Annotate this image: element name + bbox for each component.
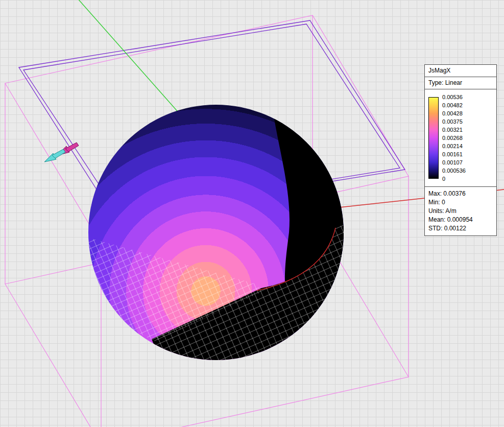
scale-label: 0.00375 [442, 117, 466, 126]
scale-label: 0 [442, 175, 466, 183]
field-legend-panel: JsMagX Type: Linear [424, 64, 497, 236]
stat-min: Min: 0 [428, 198, 493, 207]
scale-label: 0.00161 [442, 150, 466, 158]
excitation-arrows[interactable] [44, 143, 79, 162]
colorbar-gradient [428, 97, 439, 179]
colorbar-tick-labels: 0.00536 0.00482 0.00428 0.00375 0.00321 … [442, 93, 466, 183]
scale-label: 0.000536 [442, 167, 466, 175]
stat-std: STD: 0.00122 [428, 224, 493, 233]
scale-label: 0.00107 [442, 158, 466, 167]
scale-label: 0.00321 [442, 126, 466, 134]
scale-label: 0.00214 [442, 142, 466, 150]
scale-label: 0.00428 [442, 109, 466, 117]
legend-scale-type: Type: Linear [425, 77, 496, 89]
legend-stats: Max: 0.00376 Min: 0 Units: A/m Mean: 0.0… [425, 187, 496, 235]
viewport-3d[interactable]: JsMagX Type: Linear [0, 0, 504, 427]
scale-label: 0.00268 [442, 134, 466, 142]
scale-label: 0.00536 [442, 93, 466, 101]
scale-label: 0.00482 [442, 101, 466, 109]
stat-mean: Mean: 0.000954 [428, 216, 493, 224]
arrow-cyan[interactable] [44, 149, 65, 162]
legend-title: JsMagX [425, 65, 496, 77]
stat-max: Max: 0.00376 [428, 189, 493, 198]
legend-colorbar-section: 0.00536 0.00482 0.00428 0.00375 0.00321 … [425, 89, 496, 187]
sphere-object[interactable] [82, 105, 424, 424]
stat-units: Units: A/m [428, 207, 493, 216]
